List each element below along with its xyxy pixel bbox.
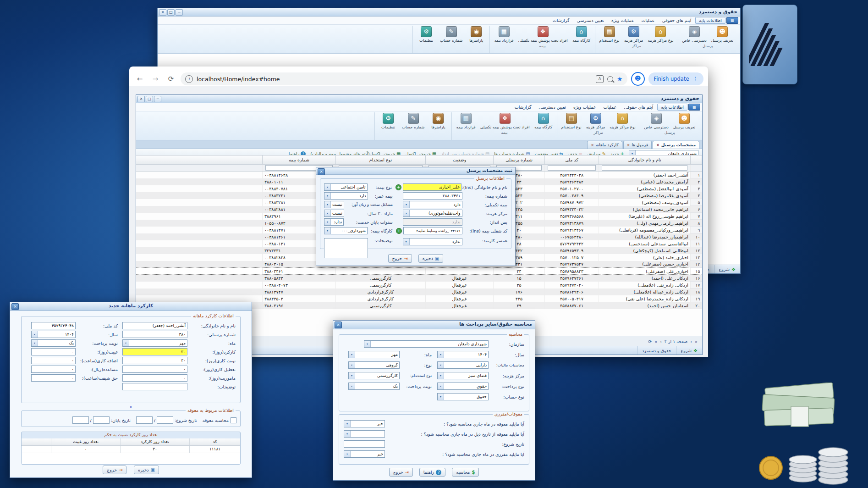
- chevron-down-icon[interactable]: ▾: [324, 227, 331, 234]
- year-field[interactable]: ۱۴۰۴ ▾: [31, 331, 76, 338]
- zoom-icon[interactable]: [607, 76, 613, 82]
- ribbon-button[interactable]: ◈ دسترسی خاص: [681, 26, 709, 43]
- chevron-down-icon[interactable]: ▾: [438, 383, 444, 389]
- due-end-part2[interactable]: [72, 416, 89, 424]
- type-field[interactable]: گروهی ▾: [348, 361, 400, 369]
- chevron-down-icon[interactable]: ▾: [324, 193, 331, 199]
- filter-input-nid[interactable]: [548, 165, 596, 171]
- add-icon[interactable]: +: [396, 228, 402, 234]
- chevron-down-icon[interactable]: ▾: [349, 383, 355, 389]
- jobcode-field[interactable]: ۰۳۳۱۷۱_راننده وسایط نقلیه۲: [403, 227, 462, 234]
- chevron-down-icon[interactable]: ▾: [349, 362, 355, 368]
- minimize-icon[interactable]: −: [154, 96, 161, 102]
- chevron-down-icon[interactable]: ▾: [438, 372, 444, 379]
- finish-update-button[interactable]: Finish update ⋮: [648, 72, 703, 85]
- tab-close-icon[interactable]: ×: [656, 143, 659, 147]
- menu-tab-salary-items[interactable]: آیتم های حقوقی: [621, 104, 656, 110]
- exit-button[interactable]: ⇥ خروج: [388, 254, 412, 263]
- ribbon-button[interactable]: ▤ نوع استخدام: [560, 112, 583, 130]
- stipend-q3-field[interactable]: خیر ▾: [344, 450, 385, 458]
- chevron-down-icon[interactable]: ▾: [403, 201, 410, 208]
- app-menu-button[interactable]: ▦: [726, 17, 738, 24]
- chevron-down-icon[interactable]: ▾: [438, 394, 444, 400]
- filter-input-name[interactable]: [602, 165, 687, 171]
- table-row[interactable]: ۱۸ اردکانی زاده_عبداله (غلامعلی) ۴۵۷۸۶۲۹…: [136, 288, 702, 295]
- arrears-q1-field[interactable]: خیر ▾: [344, 420, 385, 427]
- minimize-icon[interactable]: −: [176, 9, 183, 16]
- chevron-down-icon[interactable]: ▾: [123, 340, 129, 346]
- tab-close-icon[interactable]: ×: [591, 143, 594, 147]
- chevron-down-icon[interactable]: ▾: [324, 184, 331, 190]
- ribbon-button[interactable]: ☻ تعریف پرسنل: [671, 112, 697, 130]
- translate-icon[interactable]: A: [596, 75, 604, 83]
- window-titlebar[interactable]: محاسبه حقوق/سایر پرداخت ها ×: [333, 321, 535, 329]
- ribbon-button[interactable]: ⌂ کارگاه بیمه: [533, 112, 555, 130]
- tax-field[interactable]: دارایی ▾: [437, 361, 489, 369]
- table-row[interactable]: ۱۷ اردکانی زاده_نقی (غلامعلی) ۴۵۷۹۴۷۲۰۲۰…: [136, 282, 702, 288]
- pno-field[interactable]: ۳۸۰: [122, 331, 187, 338]
- notes-field[interactable]: [122, 383, 187, 390]
- window-titlebar[interactable]: حقوق و دستمزد × □ −: [158, 8, 740, 17]
- overtime-field[interactable]: ۰: [31, 357, 76, 364]
- yearsend-field[interactable]: ندارد ▾: [324, 218, 344, 226]
- pager-first-icon[interactable]: «: [695, 339, 698, 344]
- pager-prev-icon[interactable]: ‹: [690, 339, 692, 344]
- add-icon[interactable]: +: [396, 184, 401, 190]
- ribbon-button[interactable]: ❖ افراد تحت پوشش بیمه تکمیلی: [516, 26, 570, 43]
- window-titlebar[interactable]: حقوق و دستمزد × □ −: [136, 95, 702, 103]
- table-row[interactable]: ۱۹ اردکانی زاده_محمدرضا (علی نقی) ۴۵۷۰۰۵…: [136, 295, 702, 302]
- ribbon-button[interactable]: ⚙ مراکز هزینه: [622, 26, 645, 43]
- ribbon-button[interactable]: ✎ شماره حساب: [438, 26, 464, 43]
- advance-field[interactable]: ۰: [31, 366, 76, 373]
- org-field[interactable]: شهرداری دامغان ▾: [364, 340, 489, 348]
- days-col-code[interactable]: کد: [189, 438, 240, 445]
- chevron-down-icon[interactable]: ▾: [349, 372, 355, 379]
- menu-tab-basic-info[interactable]: اطلاعات پایه: [695, 17, 725, 24]
- chevron-down-icon[interactable]: ▾: [364, 341, 371, 347]
- close-icon[interactable]: ×: [11, 303, 19, 310]
- maximize-icon[interactable]: □: [167, 9, 175, 16]
- pager-next-icon[interactable]: ›: [660, 339, 662, 344]
- chevron-down-icon[interactable]: ▾: [403, 210, 410, 216]
- profile-icon[interactable]: ☻: [631, 72, 645, 86]
- shiftwork-field[interactable]: ۳۰: [122, 357, 187, 364]
- ribbon-button[interactable]: ⚙ تنظیمات: [415, 26, 437, 43]
- mission-field[interactable]: ۰: [122, 374, 187, 382]
- col-rownum[interactable]: [691, 155, 702, 165]
- ribbon-button[interactable]: ⌂ نوع مراکز هزینه: [646, 26, 675, 43]
- tab-close-icon[interactable]: ×: [627, 143, 630, 147]
- back-icon[interactable]: ←: [134, 73, 146, 85]
- chevron-down-icon[interactable]: ▾: [403, 238, 410, 245]
- menu-tab-access[interactable]: تعیین دسترسی: [536, 104, 569, 110]
- window-titlebar[interactable]: کارکرد ماهانه جدید ×: [10, 302, 252, 311]
- account-field[interactable]: حقوق ▾: [437, 393, 489, 400]
- arrears-q2-field[interactable]: ▾: [344, 430, 385, 438]
- over30-field[interactable]: نیست ▾: [324, 210, 344, 217]
- menu-tab-salary-items[interactable]: آیتم های حقوقی: [659, 17, 694, 23]
- document-tab[interactable]: فرمول ها ×: [623, 141, 652, 149]
- menu-tab-special-operations[interactable]: عملیات ویژه: [608, 17, 637, 23]
- url-text[interactable]: localhost/Home/index#home: [197, 76, 592, 83]
- chevron-down-icon[interactable]: ▾: [438, 351, 444, 358]
- col-personnel-no[interactable]: شماره پرسنلی: [494, 155, 545, 165]
- due-checkbox[interactable]: [231, 417, 236, 423]
- workshop-field[interactable]: شهرداری_۰۰۰ ▾: [324, 227, 368, 234]
- absent-field[interactable]: ۰: [31, 348, 76, 355]
- center-field[interactable]: فضای سبز ▾: [437, 372, 489, 379]
- desktop-shortcut-logo[interactable]: [742, 5, 797, 84]
- maximize-icon[interactable]: □: [146, 96, 153, 102]
- save-button[interactable]: ▣ ذخیره: [418, 254, 444, 263]
- close-icon[interactable]: ×: [318, 168, 325, 175]
- ribbon-button[interactable]: ▦ قرارداد بیمه: [492, 26, 515, 43]
- pager-last-icon[interactable]: »: [654, 339, 657, 344]
- status-start[interactable]: ❖ شروع: [676, 346, 702, 355]
- hard-field[interactable]: نیست ▾: [324, 201, 344, 208]
- supp-field[interactable]: دارد ▾: [403, 201, 462, 208]
- chevron-down-icon[interactable]: ▾: [349, 351, 355, 358]
- days-col-work[interactable]: تعداد روز کارکرد: [120, 438, 189, 445]
- ribbon-button[interactable]: ❖ افراد تحت پوشش بیمه تکمیلی: [478, 112, 532, 130]
- col-national-id[interactable]: کد ملی: [545, 155, 599, 165]
- table-row[interactable]: ۱۶ اردکانی_علی (احمد) ۴۵۷۹۶۲۷۲۶۱ ۱۵ غیرف…: [136, 275, 702, 282]
- ribbon-button[interactable]: ⌂ کارگاه بیمه: [571, 26, 593, 43]
- menu-tab-basic-info[interactable]: اطلاعات پایه: [657, 104, 687, 111]
